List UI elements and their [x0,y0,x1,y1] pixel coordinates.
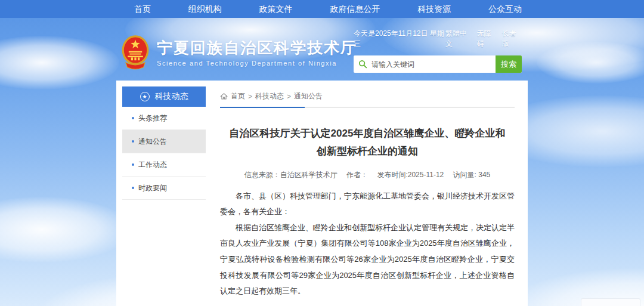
elderly-version-link[interactable]: 长者版 [501,29,522,49]
sidebar-item-label: 工作动态 [138,160,167,170]
sidebar-item-label: 时政要闻 [138,183,167,193]
traditional-chinese-link[interactable]: 繁體中文 [445,29,472,49]
article-meta: 信息来源：自治区科学技术厅 作者： 发布时间:2025-11-12 访问量: 3… [220,170,515,180]
sidebar-item-current-politics[interactable]: 时政要闻 [122,177,206,200]
floating-widget[interactable] [581,298,640,306]
article-title: 自治区科技厅关于认定2025年度自治区雏鹰企业、瞪羚企业和创新型标杆企业的通知 [227,125,507,160]
breadcrumb-notices[interactable]: 通知公告 [294,91,323,101]
sidebar-title: 科技动态 [155,91,188,102]
top-nav: 首页 组织机构 政策文件 政府信息公开 科技资源 公众互动 [0,0,644,18]
search-input[interactable] [371,55,496,73]
site-subtitle: Science and Technology Department of Nin… [157,60,357,67]
article-paragraph: 各市、县（区）科技管理部门，宁东能源化工基地管委会，银川经济技术开发区管委会，各… [220,188,515,220]
breadcrumb-sci-tech-dynamics[interactable]: 科技动态 [255,91,284,101]
nav-item-sci-tech-resources[interactable]: 科技资源 [417,0,451,18]
site-title: 宁夏回族自治区科学技术厅 [157,38,357,58]
sidebar-header: ★ 科技动态 [122,86,206,107]
sidebar-item-label: 头条推荐 [138,113,167,123]
article-area: 首页 > 科技动态 > 通知公告 自治区科技厅关于认定2025年度自治区雏鹰企业… [206,86,528,306]
sky-background: 宁夏回族自治区科学技术厅 Science and Technology Depa… [0,18,644,306]
search-icon [354,55,371,73]
breadcrumb-divider [220,107,515,108]
sidebar-item-headline-recommend[interactable]: 头条推荐 [122,107,206,130]
content-panel: ★ 科技动态 头条推荐 通知公告 工作动态 时政要闻 [116,81,528,306]
current-date: 今天是2025年11月12日 星期三 [354,29,445,49]
breadcrumb-separator: > [248,92,252,101]
bullet-dot-icon [132,187,134,189]
nav-item-organization[interactable]: 组织机构 [188,0,222,18]
home-icon [220,92,228,100]
search-bar: 搜索 [354,55,522,73]
header-utility-row: 今天是2025年11月12日 星期三 繁體中文 无障碍 长者版 [354,29,522,49]
breadcrumb-divider-accent [220,107,305,108]
meta-views: 访问量: 345 [453,171,491,179]
bullet-dot-icon [132,140,134,143]
star-circle-icon: ★ [140,92,150,101]
cloud-decoration [537,42,644,84]
cloud-decoration [0,36,119,89]
site-brand[interactable]: 宁夏回族自治区科学技术厅 Science and Technology Depa… [121,35,357,70]
breadcrumb-separator: > [287,92,291,101]
article-paragraph: 根据自治区雏鹰企业、瞪羚企业和创新型标杆企业认定管理有关规定，决定认定半亩良人农… [220,220,515,299]
sidebar-item-notices[interactable]: 通知公告 [122,130,206,153]
bullet-dot-icon [132,117,134,119]
bullet-dot-icon [132,163,134,166]
sidebar: ★ 科技动态 头条推荐 通知公告 工作动态 时政要闻 [122,86,206,306]
page: 首页 组织机构 政策文件 政府信息公开 科技资源 公众互动 [0,0,644,306]
nav-item-home[interactable]: 首页 [134,0,151,18]
meta-author: 作者： [346,171,368,179]
nav-item-public-interaction[interactable]: 公众互动 [488,0,522,18]
search-button[interactable]: 搜索 [496,55,522,73]
nav-item-gov-info-disclosure[interactable]: 政府信息公开 [330,0,380,18]
meta-source: 信息来源：自治区科学技术厅 [244,171,338,179]
sidebar-item-label: 通知公告 [138,137,167,147]
utility-links: 繁體中文 无障碍 长者版 [445,29,522,49]
accessibility-link[interactable]: 无障碍 [477,29,497,49]
header-right: 今天是2025年11月12日 星期三 繁體中文 无障碍 长者版 搜索 [354,29,522,73]
site-title-block: 宁夏回族自治区科学技术厅 Science and Technology Depa… [157,38,357,67]
meta-publish-time: 发布时间:2025-11-12 [377,171,444,179]
cloud-decoration [0,197,131,262]
site-header: 宁夏回族自治区科学技术厅 Science and Technology Depa… [116,29,528,82]
breadcrumb-home[interactable]: 首页 [231,91,245,101]
article-body: 各市、县（区）科技管理部门，宁东能源化工基地管委会，银川经济技术开发区管委会，各… [220,188,515,299]
breadcrumb: 首页 > 科技动态 > 通知公告 [220,91,515,101]
national-emblem-logo [121,35,150,70]
nav-item-policy-documents[interactable]: 政策文件 [259,0,293,18]
sidebar-item-work-dynamics[interactable]: 工作动态 [122,153,206,177]
top-nav-items: 首页 组织机构 政策文件 政府信息公开 科技资源 公众互动 [134,0,522,18]
